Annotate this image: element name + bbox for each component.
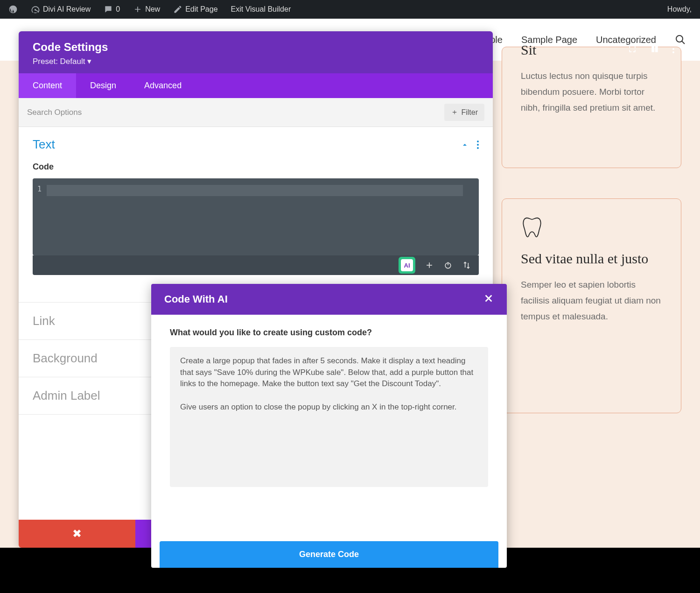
comments-link[interactable]: 0 xyxy=(99,0,125,19)
search-icon[interactable] xyxy=(675,34,686,45)
svg-point-0 xyxy=(676,35,683,42)
tab-content[interactable]: Content xyxy=(19,73,76,98)
exit-vb-link[interactable]: Exit Visual Builder xyxy=(226,0,296,19)
pencil-icon xyxy=(173,5,182,14)
tab-design[interactable]: Design xyxy=(76,73,130,98)
close-button[interactable] xyxy=(483,293,494,305)
wordpress-icon xyxy=(8,5,18,14)
ai-prompt-label: What would you like to create using cust… xyxy=(170,328,488,338)
edit-label: Edit Page xyxy=(185,5,217,14)
columns-icon[interactable] xyxy=(650,44,659,54)
section-title: Text xyxy=(33,137,55,152)
modal-header: Code Settings Preset: Default ▾ xyxy=(19,31,493,73)
ai-button[interactable]: AI xyxy=(399,257,415,274)
modal-title: Code Settings xyxy=(33,41,479,54)
plus-icon[interactable] xyxy=(425,261,434,270)
modal-header-actions xyxy=(628,44,674,54)
filter-button[interactable]: ＋ Filter xyxy=(444,104,484,121)
preset-selector[interactable]: Preset: Default ▾ xyxy=(33,56,479,66)
feature-card-2: Sed vitae nulla et justo Semper leo et s… xyxy=(502,198,681,413)
plus-icon: ＋ xyxy=(451,107,458,117)
code-label: Code xyxy=(33,162,479,172)
sort-icon[interactable] xyxy=(462,261,471,270)
code-with-ai-modal: Code With AI What would you like to crea… xyxy=(151,284,507,568)
chevron-up-icon[interactable] xyxy=(461,141,469,148)
active-line-highlight xyxy=(47,185,463,196)
new-label: New xyxy=(145,5,160,14)
card1-body: Luctus lectus non quisque turpis bibendu… xyxy=(521,68,662,116)
svg-line-1 xyxy=(682,41,685,44)
expand-icon[interactable] xyxy=(628,44,637,54)
section-menu-icon[interactable] xyxy=(477,141,479,149)
chevron-down-icon: ▾ xyxy=(87,57,91,66)
plus-icon xyxy=(133,5,142,14)
text-section: Text Code 1 AI xyxy=(19,127,493,285)
ai-modal-title: Code With AI xyxy=(164,293,228,305)
wp-logo[interactable] xyxy=(4,0,22,19)
comment-count: 0 xyxy=(116,5,120,14)
code-editor[interactable]: 1 xyxy=(33,178,479,255)
close-icon: ✖ xyxy=(72,527,82,540)
close-icon xyxy=(483,293,494,304)
howdy-label: Howdy, xyxy=(667,5,692,14)
search-options-input[interactable]: Search Options xyxy=(27,108,82,117)
options-bar: Search Options ＋ Filter xyxy=(19,98,493,127)
howdy-user[interactable]: Howdy, xyxy=(663,0,696,19)
ai-modal-body: What would you like to create using cust… xyxy=(151,315,507,541)
svg-rect-6 xyxy=(651,46,654,52)
kebab-menu-icon[interactable] xyxy=(672,45,674,53)
gauge-icon xyxy=(31,5,40,14)
generate-code-button[interactable]: Generate Code xyxy=(160,541,498,568)
tooth-icon xyxy=(521,216,543,239)
ai-modal-header: Code With AI xyxy=(151,284,507,315)
svg-rect-7 xyxy=(655,46,658,52)
card2-title: Sed vitae nulla et justo xyxy=(521,249,662,268)
cancel-button[interactable]: ✖ xyxy=(19,520,135,548)
line-number: 1 xyxy=(37,185,42,193)
new-link[interactable]: New xyxy=(128,0,165,19)
code-toolbar: AI xyxy=(33,255,479,275)
feature-card-1: Sit Luctus lectus non quisque turpis bib… xyxy=(502,47,681,168)
modal-tabs: Content Design Advanced xyxy=(19,73,493,98)
site-title: Divi AI Review xyxy=(43,5,91,14)
dashboard-link[interactable]: Divi AI Review xyxy=(26,0,95,19)
edit-page-link[interactable]: Edit Page xyxy=(168,0,222,19)
comment-icon xyxy=(104,5,113,14)
exit-label: Exit Visual Builder xyxy=(231,5,291,14)
power-icon[interactable] xyxy=(443,261,453,270)
tab-advanced[interactable]: Advanced xyxy=(130,73,196,98)
wp-admin-bar: Divi AI Review 0 New Edit Page Exit Visu… xyxy=(0,0,700,19)
ai-prompt-textarea[interactable] xyxy=(170,347,488,487)
card2-body: Semper leo et sapien lobortis facilisis … xyxy=(521,277,662,325)
ai-icon: AI xyxy=(401,259,413,271)
